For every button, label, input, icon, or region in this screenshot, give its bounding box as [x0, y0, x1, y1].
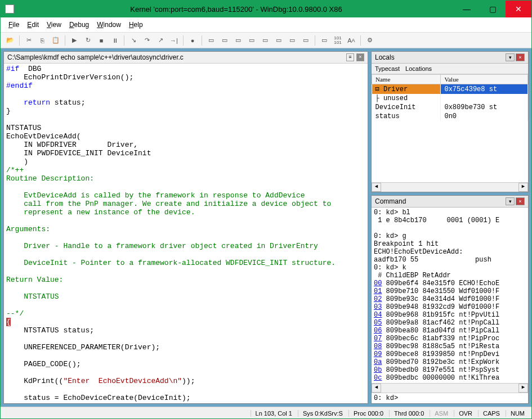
step-over-icon[interactable]: ↷ — [141, 34, 153, 47]
status-proc: Proc 000:0 — [348, 410, 388, 417]
step-out-icon[interactable]: ↗ — [154, 34, 167, 47]
stack-frame-link[interactable]: 0c — [374, 374, 382, 382]
source-pane: C:\Samples\kmdf echo sample\c++\driver\a… — [3, 51, 368, 404]
locals-col-name[interactable]: Name — [372, 75, 441, 84]
registers-window-icon[interactable]: ▭ — [245, 34, 258, 47]
window-title: Kernel 'com:port=com6,baud=115200' - Win… — [19, 5, 454, 13]
menu-file[interactable]: File — [5, 20, 23, 30]
go-icon[interactable]: ▶ — [68, 34, 81, 47]
stack-frame-link[interactable]: 09 — [374, 350, 382, 358]
stack-frame-link[interactable]: 04 — [374, 311, 382, 319]
menu-view[interactable]: View — [43, 20, 65, 30]
locals-menu-icon[interactable]: ▾ — [506, 53, 515, 61]
command-pane: Command ▾ × 0: kd> bl 1 e 8b4cb170 0001 … — [371, 195, 529, 404]
source-close-icon[interactable]: × — [356, 53, 364, 61]
locals-col-value[interactable]: Value — [441, 75, 528, 84]
source-menu-icon[interactable]: ≡ — [346, 53, 354, 61]
stack-frame-link[interactable]: 06 — [374, 327, 382, 335]
source-path: C:\Samples\kmdf echo sample\c++\driver\a… — [7, 53, 184, 61]
locals-row[interactable]: ├ unused — [372, 94, 528, 103]
workspace: C:\Samples\kmdf echo sample\c++\driver\a… — [1, 48, 531, 407]
menu-window[interactable]: Window — [93, 20, 124, 30]
scratch-window-icon[interactable]: ▭ — [299, 34, 312, 47]
toolbar: 📂 ✂ ⎘ 📋 ▶ ↻ ■ ⏸ ↘ ↷ ↗ →| ● ▭ ▭ ▭ ▭ ▭ ▭ ▭… — [1, 33, 531, 48]
close-button[interactable]: ✕ — [506, 1, 531, 17]
open-icon[interactable]: 📂 — [4, 34, 16, 47]
status-ovr: OVR — [454, 410, 477, 417]
stop-icon[interactable]: ■ — [95, 34, 108, 47]
status-thrd: Thrd 000:0 — [389, 410, 428, 417]
app-icon — [5, 4, 14, 13]
locals-hscroll[interactable]: ◄► — [372, 182, 528, 192]
copy-icon[interactable]: ⎘ — [36, 34, 48, 47]
command-close-icon[interactable]: × — [516, 197, 525, 205]
stack-frame-link[interactable]: 02 — [374, 295, 382, 303]
locals-window-icon[interactable]: ▭ — [232, 34, 244, 47]
command-title: Command — [375, 197, 406, 205]
command-output[interactable]: 0: kd> bl 1 e 8b4cb170 0001 (0001) E 0: … — [372, 208, 528, 383]
watch-window-icon[interactable]: ▭ — [218, 34, 231, 47]
stack-frame-link[interactable]: 0a — [374, 358, 382, 366]
menubar: File Edit View Debug Window Help — [1, 17, 531, 33]
locals-row[interactable]: ⊟ Driver0x75c439e8 st — [372, 84, 528, 94]
breakpoint-icon[interactable]: ● — [186, 34, 199, 47]
menu-debug[interactable]: Debug — [66, 20, 92, 30]
command-menu-icon[interactable]: ▾ — [506, 197, 515, 205]
disasm-window-icon[interactable]: ▭ — [286, 34, 298, 47]
memory-window-icon[interactable]: ▭ — [259, 34, 271, 47]
command-prompt: 0: kd> — [374, 394, 398, 402]
step-into-icon[interactable]: ↘ — [127, 34, 140, 47]
source-mode-icon[interactable]: ▭ — [318, 34, 330, 47]
font-icon[interactable]: AA — [345, 34, 357, 47]
run-to-cursor-icon[interactable]: →| — [168, 34, 180, 47]
stack-frame-link[interactable]: 08 — [374, 343, 382, 350]
callstack-window-icon[interactable]: ▭ — [272, 34, 285, 47]
stack-frame-link[interactable]: 03 — [374, 303, 382, 311]
stack-frame-link[interactable]: 05 — [374, 319, 382, 327]
locals-title: Locals — [375, 53, 395, 61]
locals-row[interactable]: status0n0 — [372, 112, 528, 121]
binary-icon[interactable]: 101101 — [332, 34, 344, 47]
options-icon[interactable]: ⚙ — [364, 34, 376, 47]
locals-tab-locations[interactable]: Locations — [405, 65, 432, 72]
status-num: NUM — [506, 410, 529, 417]
stack-frame-link[interactable]: 01 — [374, 287, 382, 295]
minimize-button[interactable]: — — [454, 1, 480, 17]
titlebar: Kernel 'com:port=com6,baud=115200' - Win… — [1, 1, 531, 17]
status-lncol: Ln 103, Col 1 — [251, 410, 297, 417]
locals-table[interactable]: NameValue ⊟ Driver0x75c439e8 st├ unused … — [372, 74, 528, 182]
status-sys: Sys 0:KdSrv:S — [298, 410, 347, 417]
statusbar: Ln 103, Col 1 Sys 0:KdSrv:S Proc 000:0 T… — [1, 407, 531, 419]
status-asm: ASM — [430, 410, 453, 417]
menu-help[interactable]: Help — [126, 20, 146, 30]
stack-frame-link[interactable]: 07 — [374, 335, 382, 343]
stack-frame-link[interactable]: 0b — [374, 366, 382, 374]
command-window-icon[interactable]: ▭ — [205, 34, 217, 47]
locals-pane: Locals ▾ × Typecast Locations NameValue … — [371, 51, 529, 192]
restart-icon[interactable]: ↻ — [82, 34, 94, 47]
command-input[interactable] — [402, 394, 526, 402]
break-icon[interactable]: ⏸ — [109, 34, 121, 47]
locals-row[interactable]: DeviceInit0x809be730 st — [372, 103, 528, 112]
maximize-button[interactable]: ▢ — [480, 1, 506, 17]
source-body[interactable]: #if DBG EchoPrintDriverVersion(); #endif… — [4, 64, 368, 403]
locals-tab-typecast[interactable]: Typecast — [375, 65, 400, 72]
status-caps: CAPS — [478, 410, 504, 417]
stack-frame-link[interactable]: 00 — [374, 280, 382, 287]
command-hscroll[interactable]: ◄► — [372, 383, 528, 393]
cut-icon[interactable]: ✂ — [23, 34, 35, 47]
paste-icon[interactable]: 📋 — [50, 34, 62, 47]
menu-edit[interactable]: Edit — [24, 20, 42, 30]
locals-close-icon[interactable]: × — [516, 53, 525, 61]
